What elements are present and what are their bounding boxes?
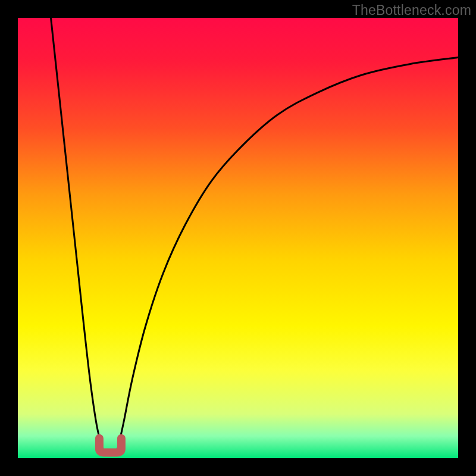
chart-svg [18,18,458,458]
gradient-background [18,18,458,458]
plot-area [18,18,458,458]
chart-frame: TheBottleneck.com [0,0,476,476]
watermark-text: TheBottleneck.com [352,2,471,18]
